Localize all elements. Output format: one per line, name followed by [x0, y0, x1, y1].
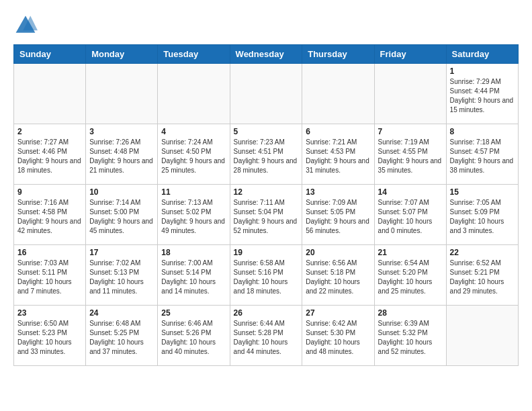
day-info: Sunrise: 7:02 AM Sunset: 5:13 PM Dayligh…	[89, 259, 154, 296]
logo-icon	[13, 13, 38, 38]
calendar-day-cell: 14Sunrise: 7:07 AM Sunset: 5:07 PM Dayli…	[374, 185, 446, 245]
day-number: 1	[450, 66, 515, 76]
day-of-week-header: Tuesday	[158, 45, 230, 64]
calendar-day-cell	[230, 64, 302, 124]
day-of-week-header: Sunday	[14, 45, 86, 64]
calendar-day-cell: 16Sunrise: 7:03 AM Sunset: 5:11 PM Dayli…	[14, 245, 86, 306]
calendar-day-cell: 1Sunrise: 7:29 AM Sunset: 4:44 PM Daylig…	[446, 64, 518, 124]
calendar-header-row: SundayMondayTuesdayWednesdayThursdayFrid…	[14, 45, 519, 64]
day-info: Sunrise: 7:05 AM Sunset: 5:09 PM Dayligh…	[450, 198, 515, 236]
calendar-week-row: 23Sunrise: 6:50 AM Sunset: 5:23 PM Dayli…	[14, 306, 519, 366]
day-number: 27	[306, 308, 370, 318]
day-number: 3	[89, 127, 154, 136]
day-info: Sunrise: 6:54 AM Sunset: 5:20 PM Dayligh…	[378, 259, 443, 296]
day-number: 20	[306, 248, 370, 257]
calendar-day-cell: 10Sunrise: 7:14 AM Sunset: 5:00 PM Dayli…	[86, 185, 158, 245]
day-number: 11	[161, 187, 226, 197]
day-number: 7	[378, 127, 443, 136]
day-number: 25	[161, 308, 226, 318]
day-info: Sunrise: 7:09 AM Sunset: 5:05 PM Dayligh…	[306, 198, 370, 236]
calendar-day-cell: 19Sunrise: 6:58 AM Sunset: 5:16 PM Dayli…	[230, 245, 302, 306]
day-number: 5	[234, 127, 299, 136]
day-number: 15	[450, 187, 515, 197]
calendar-day-cell	[158, 64, 230, 124]
day-number: 26	[234, 308, 299, 318]
day-info: Sunrise: 7:00 AM Sunset: 5:14 PM Dayligh…	[161, 259, 226, 296]
day-info: Sunrise: 7:18 AM Sunset: 4:57 PM Dayligh…	[450, 138, 515, 175]
calendar-day-cell: 4Sunrise: 7:24 AM Sunset: 4:50 PM Daylig…	[158, 124, 230, 185]
day-number: 6	[306, 127, 370, 136]
day-number: 28	[378, 308, 443, 318]
day-info: Sunrise: 6:52 AM Sunset: 5:21 PM Dayligh…	[450, 259, 515, 296]
day-of-week-header: Monday	[86, 45, 158, 64]
day-number: 16	[17, 248, 82, 257]
day-info: Sunrise: 7:07 AM Sunset: 5:07 PM Dayligh…	[378, 198, 443, 236]
day-info: Sunrise: 7:24 AM Sunset: 4:50 PM Dayligh…	[161, 138, 226, 175]
calendar-day-cell	[302, 64, 374, 124]
day-info: Sunrise: 7:19 AM Sunset: 4:55 PM Dayligh…	[378, 138, 443, 175]
day-number: 19	[234, 248, 299, 257]
calendar-day-cell: 28Sunrise: 6:39 AM Sunset: 5:32 PM Dayli…	[374, 306, 446, 366]
calendar-day-cell: 26Sunrise: 6:44 AM Sunset: 5:28 PM Dayli…	[230, 306, 302, 366]
day-info: Sunrise: 6:44 AM Sunset: 5:28 PM Dayligh…	[234, 319, 299, 357]
calendar-week-row: 1Sunrise: 7:29 AM Sunset: 4:44 PM Daylig…	[14, 64, 519, 124]
calendar-day-cell: 2Sunrise: 7:27 AM Sunset: 4:46 PM Daylig…	[14, 124, 86, 185]
day-info: Sunrise: 7:16 AM Sunset: 4:58 PM Dayligh…	[17, 198, 82, 236]
calendar-week-row: 16Sunrise: 7:03 AM Sunset: 5:11 PM Dayli…	[14, 245, 519, 306]
day-info: Sunrise: 7:27 AM Sunset: 4:46 PM Dayligh…	[17, 138, 82, 175]
day-number: 21	[378, 248, 443, 257]
calendar-day-cell	[86, 64, 158, 124]
calendar-day-cell: 20Sunrise: 6:56 AM Sunset: 5:18 PM Dayli…	[302, 245, 374, 306]
calendar-day-cell: 13Sunrise: 7:09 AM Sunset: 5:05 PM Dayli…	[302, 185, 374, 245]
calendar-day-cell: 27Sunrise: 6:42 AM Sunset: 5:30 PM Dayli…	[302, 306, 374, 366]
calendar-day-cell: 23Sunrise: 6:50 AM Sunset: 5:23 PM Dayli…	[14, 306, 86, 366]
day-number: 24	[89, 308, 154, 318]
calendar-day-cell: 21Sunrise: 6:54 AM Sunset: 5:20 PM Dayli…	[374, 245, 446, 306]
day-info: Sunrise: 7:29 AM Sunset: 4:44 PM Dayligh…	[450, 77, 515, 115]
calendar-day-cell: 25Sunrise: 6:46 AM Sunset: 5:26 PM Dayli…	[158, 306, 230, 366]
day-info: Sunrise: 7:13 AM Sunset: 5:02 PM Dayligh…	[161, 198, 226, 236]
day-of-week-header: Saturday	[446, 45, 518, 64]
day-number: 18	[161, 248, 226, 257]
calendar-day-cell: 6Sunrise: 7:21 AM Sunset: 4:53 PM Daylig…	[302, 124, 374, 185]
calendar-day-cell: 8Sunrise: 7:18 AM Sunset: 4:57 PM Daylig…	[446, 124, 518, 185]
calendar-day-cell	[446, 306, 518, 366]
day-number: 12	[234, 187, 299, 197]
calendar-week-row: 2Sunrise: 7:27 AM Sunset: 4:46 PM Daylig…	[14, 124, 519, 185]
day-info: Sunrise: 7:11 AM Sunset: 5:04 PM Dayligh…	[234, 198, 299, 236]
calendar-day-cell: 3Sunrise: 7:26 AM Sunset: 4:48 PM Daylig…	[86, 124, 158, 185]
day-info: Sunrise: 6:46 AM Sunset: 5:26 PM Dayligh…	[161, 319, 226, 357]
day-info: Sunrise: 6:56 AM Sunset: 5:18 PM Dayligh…	[306, 259, 370, 296]
day-number: 17	[89, 248, 154, 257]
calendar-day-cell: 18Sunrise: 7:00 AM Sunset: 5:14 PM Dayli…	[158, 245, 230, 306]
day-info: Sunrise: 7:03 AM Sunset: 5:11 PM Dayligh…	[17, 259, 82, 296]
day-info: Sunrise: 6:48 AM Sunset: 5:25 PM Dayligh…	[89, 319, 154, 357]
day-info: Sunrise: 6:58 AM Sunset: 5:16 PM Dayligh…	[234, 259, 299, 296]
page-header	[13, 13, 519, 38]
calendar-table: SundayMondayTuesdayWednesdayThursdayFrid…	[13, 44, 519, 366]
day-number: 14	[378, 187, 443, 197]
day-number: 9	[17, 187, 82, 197]
day-info: Sunrise: 7:21 AM Sunset: 4:53 PM Dayligh…	[306, 138, 370, 175]
calendar-day-cell	[374, 64, 446, 124]
day-number: 10	[89, 187, 154, 197]
calendar-day-cell: 15Sunrise: 7:05 AM Sunset: 5:09 PM Dayli…	[446, 185, 518, 245]
day-number: 22	[450, 248, 515, 257]
logo	[13, 13, 42, 38]
calendar-day-cell: 12Sunrise: 7:11 AM Sunset: 5:04 PM Dayli…	[230, 185, 302, 245]
day-number: 13	[306, 187, 370, 197]
day-number: 2	[17, 127, 82, 136]
calendar-day-cell: 11Sunrise: 7:13 AM Sunset: 5:02 PM Dayli…	[158, 185, 230, 245]
day-of-week-header: Wednesday	[230, 45, 302, 64]
calendar-day-cell: 24Sunrise: 6:48 AM Sunset: 5:25 PM Dayli…	[86, 306, 158, 366]
day-number: 8	[450, 127, 515, 136]
day-info: Sunrise: 6:42 AM Sunset: 5:30 PM Dayligh…	[306, 319, 370, 357]
day-info: Sunrise: 6:39 AM Sunset: 5:32 PM Dayligh…	[378, 319, 443, 357]
calendar-day-cell	[14, 64, 86, 124]
day-of-week-header: Friday	[374, 45, 446, 64]
day-of-week-header: Thursday	[302, 45, 374, 64]
day-number: 4	[161, 127, 226, 136]
calendar-day-cell: 17Sunrise: 7:02 AM Sunset: 5:13 PM Dayli…	[86, 245, 158, 306]
calendar-day-cell: 9Sunrise: 7:16 AM Sunset: 4:58 PM Daylig…	[14, 185, 86, 245]
day-info: Sunrise: 7:23 AM Sunset: 4:51 PM Dayligh…	[234, 138, 299, 175]
